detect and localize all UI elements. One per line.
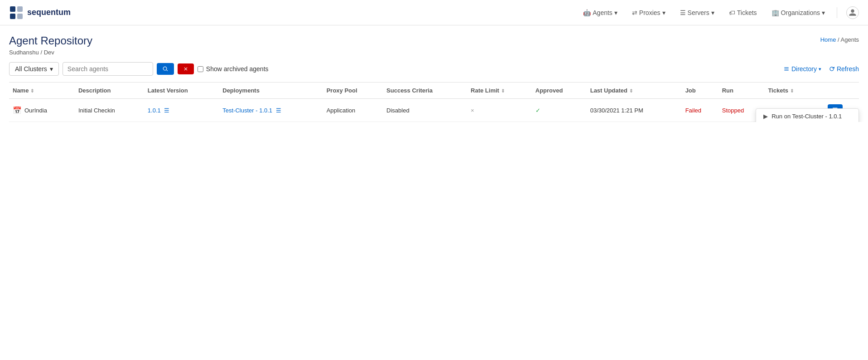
brand-logo-icon <box>9 5 24 20</box>
refresh-button[interactable]: Refresh <box>829 65 859 73</box>
last-updated-value: 03/30/2021 1:21 PM <box>590 107 643 114</box>
cell-last-updated: 03/30/2021 1:21 PM <box>587 99 682 122</box>
agent-description: Initial Checkin <box>78 107 115 114</box>
top-right-breadcrumb: Home / Agents <box>820 36 859 43</box>
clusters-chevron-icon: ▾ <box>50 65 53 73</box>
col-run: Run <box>719 83 765 99</box>
nav-divider <box>837 7 837 18</box>
breadcrumb-user-link[interactable]: Sudhanshu <box>9 49 39 56</box>
servers-chevron-icon: ▾ <box>711 9 714 16</box>
directory-label: Directory <box>791 65 817 73</box>
col-rate-limit[interactable]: Rate Limit ⇕ <box>467 83 532 99</box>
col-deployments: Deployments <box>219 83 323 99</box>
breadcrumb: Sudhanshu / Dev <box>9 49 859 56</box>
directory-icon <box>783 66 790 72</box>
cell-name: 📅 OurIndia <box>9 99 75 122</box>
brand-logo[interactable]: sequentum <box>9 5 71 20</box>
toolbar-right: Directory ▾ Refresh <box>783 65 859 73</box>
success-criteria-text: Disabled <box>386 107 410 114</box>
nav-servers-label: Servers <box>688 9 709 16</box>
search-input[interactable] <box>63 62 153 76</box>
tickets-sort-icon: ⇕ <box>790 88 794 93</box>
cell-deployments: Test-Cluster - 1.0.1 ☰ <box>219 99 323 122</box>
search-button[interactable] <box>157 63 174 75</box>
table-body: 📅 OurIndia Initial Checkin 1.0.1 ☰ Test-… <box>9 99 859 122</box>
menu-item-run-label: Run on Test-Cluster - 1.0.1 <box>772 113 842 120</box>
nav-proxies[interactable]: ⇄ Proxies ▾ <box>629 7 668 18</box>
nav-organizations[interactable]: 🏢 Organizations ▾ <box>769 7 828 18</box>
breadcrumb-agents: Agents <box>841 36 859 43</box>
page-title: Agent Repository <box>9 34 859 47</box>
nav-items: 🤖 Agents ▾ ⇄ Proxies ▾ ☰ Servers ▾ 🏷 Tic… <box>580 6 859 19</box>
col-proxy-pool: Proxy Pool <box>323 83 383 99</box>
navbar: sequentum 🤖 Agents ▾ ⇄ Proxies ▾ ☰ Serve… <box>0 0 868 25</box>
menu-item-run-on-cluster[interactable]: ▶ Run on Test-Cluster - 1.0.1 <box>756 109 858 122</box>
organizations-chevron-icon: ▾ <box>822 9 825 16</box>
brand-name: sequentum <box>27 8 71 17</box>
approved-value: ✓ <box>535 107 540 114</box>
agents-table: Name ⇕ Description Latest Version Deploy… <box>9 82 859 122</box>
col-tickets[interactable]: Tickets ⇕ <box>764 83 824 99</box>
breadcrumb-folder: Dev <box>44 49 54 56</box>
col-description: Description <box>75 83 144 99</box>
cell-job: Failed <box>682 99 719 122</box>
clusters-label: All Clusters <box>15 65 47 73</box>
svg-rect-1 <box>10 14 15 19</box>
user-avatar[interactable] <box>846 6 859 19</box>
cell-rate-limit: × <box>467 99 532 122</box>
clusters-dropdown-button[interactable]: All Clusters ▾ <box>9 62 59 76</box>
proxies-icon: ⇄ <box>632 9 637 16</box>
version-link[interactable]: 1.0.1 <box>148 107 161 114</box>
refresh-icon <box>829 66 835 72</box>
cell-approved: ✓ <box>532 99 587 122</box>
directory-button[interactable]: Directory ▾ <box>783 65 821 73</box>
action-dropdown-menu: ▶ Run on Test-Cluster - 1.0.1 ☰ Job Sett… <box>756 108 859 122</box>
show-archived-text: Show archived agents <box>206 65 269 73</box>
breadcrumb-sep2: / <box>40 49 43 56</box>
table-row: 📅 OurIndia Initial Checkin 1.0.1 ☰ Test-… <box>9 99 859 122</box>
nav-proxies-label: Proxies <box>639 9 661 16</box>
agent-name-text[interactable]: OurIndia <box>24 107 47 114</box>
cell-proxy-pool: Application <box>323 99 383 122</box>
cell-success-criteria: Disabled <box>383 99 467 122</box>
tickets-icon: 🏷 <box>729 9 735 16</box>
rate-limit-sort-icon: ⇕ <box>501 88 505 93</box>
svg-rect-2 <box>17 6 23 12</box>
show-archived-label[interactable]: Show archived agents <box>198 65 269 73</box>
nav-tickets-label: Tickets <box>737 9 757 16</box>
agents-chevron-icon: ▾ <box>614 9 617 16</box>
col-last-updated[interactable]: Last Updated ⇕ <box>587 83 682 99</box>
nav-tickets[interactable]: 🏷 Tickets <box>726 7 760 18</box>
col-action <box>824 83 859 99</box>
proxies-chevron-icon: ▾ <box>662 9 665 16</box>
agent-calendar-icon: 📅 <box>13 106 22 115</box>
table-container: Name ⇕ Description Latest Version Deploy… <box>0 82 868 122</box>
directory-chevron-icon: ▾ <box>819 66 821 72</box>
clear-button[interactable] <box>178 63 194 74</box>
cell-description: Initial Checkin <box>75 99 144 122</box>
nav-agents[interactable]: 🤖 Agents ▾ <box>580 7 620 18</box>
deployment-link[interactable]: Test-Cluster - 1.0.1 <box>222 107 272 114</box>
col-approved: Approved <box>532 83 587 99</box>
clear-icon <box>183 66 188 72</box>
proxy-pool-text: Application <box>327 107 356 114</box>
agent-name-container: 📅 OurIndia <box>13 106 71 115</box>
page-header: Agent Repository Sudhanshu / Dev <box>0 25 868 56</box>
col-name[interactable]: Name ⇕ <box>9 83 75 99</box>
col-success-criteria: Success Criteria <box>383 83 467 99</box>
show-archived-checkbox[interactable] <box>198 66 203 72</box>
deployment-menu-icon[interactable]: ☰ <box>276 107 281 114</box>
version-menu-icon[interactable]: ☰ <box>164 107 169 114</box>
nav-servers[interactable]: ☰ Servers ▾ <box>677 7 717 18</box>
nav-organizations-label: Organizations <box>781 9 820 16</box>
search-icon <box>162 66 169 72</box>
name-sort-icon: ⇕ <box>30 88 34 93</box>
run-status: Stopped <box>722 107 744 114</box>
svg-rect-0 <box>10 6 15 12</box>
job-status: Failed <box>685 107 701 114</box>
breadcrumb-home-link[interactable]: Home <box>820 36 836 43</box>
run-icon: ▶ <box>763 113 768 120</box>
col-job: Job <box>682 83 719 99</box>
refresh-label: Refresh <box>837 65 859 73</box>
agents-icon: 🤖 <box>583 9 591 16</box>
